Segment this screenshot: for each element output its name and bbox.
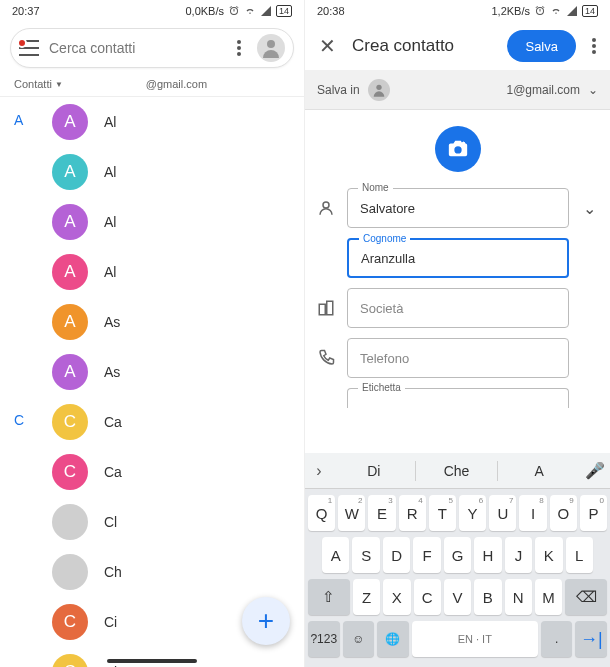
- account-avatar[interactable]: [257, 34, 285, 62]
- key-c[interactable]: C: [414, 579, 441, 615]
- key-d[interactable]: D: [383, 537, 410, 573]
- suggestion[interactable]: Di: [333, 461, 416, 481]
- contact-row[interactable]: AAl: [0, 247, 304, 297]
- last-name-field[interactable]: Cognome Aranzulla: [347, 238, 569, 278]
- contact-avatar: C: [52, 404, 88, 440]
- symbols-key[interactable]: ?123: [308, 621, 340, 657]
- contact-name: Al: [104, 114, 116, 130]
- key-t[interactable]: T5: [429, 495, 456, 531]
- clock: 20:37: [12, 5, 40, 17]
- person-icon: [315, 199, 337, 217]
- key-w[interactable]: W2: [338, 495, 365, 531]
- status-bar: 20:37 0,0KB/s 14: [0, 0, 304, 22]
- topbar: ✕ Crea contatto Salva: [305, 22, 610, 70]
- company-field[interactable]: Società: [347, 288, 569, 328]
- first-name-field[interactable]: Nome Salvatore: [347, 188, 569, 228]
- save-in-selector[interactable]: Salva in 1@gmail.com ⌄: [305, 70, 610, 110]
- save-button[interactable]: Salva: [507, 30, 576, 62]
- contact-row[interactable]: AAs: [0, 297, 304, 347]
- search-bar[interactable]: Cerca contatti: [10, 28, 294, 68]
- key-l[interactable]: L: [566, 537, 593, 573]
- suggestion-bar: › DiCheA 🎤: [305, 453, 610, 489]
- tab-account[interactable]: @gmail.com: [63, 78, 290, 90]
- expand-name-icon[interactable]: ⌄: [579, 199, 600, 218]
- battery: 14: [582, 5, 598, 17]
- key-u[interactable]: U7: [489, 495, 516, 531]
- contact-row[interactable]: AAs: [0, 347, 304, 397]
- contact-name: As: [104, 314, 120, 330]
- contact-row[interactable]: AAl: [0, 197, 304, 247]
- contact-row[interactable]: CCa: [0, 397, 304, 447]
- contact-name: Ci: [104, 614, 117, 630]
- chevron-down-icon: ⌄: [588, 83, 598, 97]
- contact-name: As: [104, 364, 120, 380]
- search-placeholder: Cerca contatti: [49, 40, 221, 56]
- key-y[interactable]: Y6: [459, 495, 486, 531]
- shift-key[interactable]: ⇧: [308, 579, 350, 615]
- contact-row[interactable]: AAl: [0, 147, 304, 197]
- key-a[interactable]: A: [322, 537, 349, 573]
- contact-row[interactable]: AAl: [0, 97, 304, 147]
- phone-icon: [315, 349, 337, 367]
- add-photo-button[interactable]: [435, 126, 481, 172]
- period-key[interactable]: .: [541, 621, 573, 657]
- create-contact-screen: 20:38 1,2KB/s 14 ✕ Crea contatto Salva S…: [305, 0, 610, 667]
- mic-icon[interactable]: 🎤: [580, 461, 610, 480]
- suggestion[interactable]: A: [498, 461, 580, 481]
- key-r[interactable]: R4: [399, 495, 426, 531]
- contact-row[interactable]: CCi: [0, 647, 304, 667]
- backspace-key[interactable]: ⌫: [565, 579, 607, 615]
- key-f[interactable]: F: [413, 537, 440, 573]
- contact-avatar: C: [52, 604, 88, 640]
- svg-point-3: [323, 202, 329, 208]
- key-j[interactable]: J: [505, 537, 532, 573]
- key-s[interactable]: S: [352, 537, 379, 573]
- contact-avatar: A: [52, 254, 88, 290]
- contact-avatar: [52, 504, 88, 540]
- key-m[interactable]: M: [535, 579, 562, 615]
- expand-suggestions-icon[interactable]: ›: [305, 462, 333, 480]
- key-p[interactable]: P0: [580, 495, 607, 531]
- key-e[interactable]: E3: [368, 495, 395, 531]
- more-icon[interactable]: [586, 38, 602, 54]
- status-bar: 20:38 1,2KB/s 14: [305, 0, 610, 22]
- key-v[interactable]: V: [444, 579, 471, 615]
- save-in-email: 1@gmail.com: [506, 83, 580, 97]
- suggestion[interactable]: Che: [416, 461, 499, 481]
- contact-row[interactable]: Ch: [0, 547, 304, 597]
- key-x[interactable]: X: [383, 579, 410, 615]
- tab-all-contacts[interactable]: Contatti▼: [14, 78, 63, 90]
- key-g[interactable]: G: [444, 537, 471, 573]
- contact-row[interactable]: Cl: [0, 497, 304, 547]
- contact-name: Al: [104, 214, 116, 230]
- contact-row[interactable]: CCa: [0, 447, 304, 497]
- key-i[interactable]: I8: [519, 495, 546, 531]
- contact-name: Al: [104, 164, 116, 180]
- more-icon[interactable]: [231, 40, 247, 56]
- key-k[interactable]: K: [535, 537, 562, 573]
- phone-field[interactable]: Telefono: [347, 338, 569, 378]
- clock: 20:38: [317, 5, 345, 17]
- nav-handle[interactable]: [107, 659, 197, 663]
- key-h[interactable]: H: [474, 537, 501, 573]
- alarm-icon: [534, 5, 546, 17]
- label-field[interactable]: Etichetta: [347, 388, 569, 408]
- key-q[interactable]: Q1: [308, 495, 335, 531]
- close-icon[interactable]: ✕: [313, 34, 342, 58]
- svg-point-1: [376, 84, 381, 89]
- hamburger-icon[interactable]: [19, 40, 39, 56]
- globe-key[interactable]: 🌐: [377, 621, 409, 657]
- add-contact-fab[interactable]: +: [242, 597, 290, 645]
- space-key[interactable]: EN · IT: [412, 621, 538, 657]
- key-n[interactable]: N: [505, 579, 532, 615]
- contact-avatar: [52, 554, 88, 590]
- emoji-key[interactable]: ☺: [343, 621, 375, 657]
- enter-key[interactable]: →|: [575, 621, 607, 657]
- keyboard: › DiCheA 🎤 Q1W2E3R4T5Y6U7I8O9P0 ASDFGHJK…: [305, 453, 610, 667]
- contact-name: Al: [104, 264, 116, 280]
- key-o[interactable]: O9: [550, 495, 577, 531]
- contact-list[interactable]: AAAlAAlAAlAAlAAsAAsCCCaCCaClChCCiCCi: [0, 97, 304, 667]
- key-z[interactable]: Z: [353, 579, 380, 615]
- wifi-icon: [244, 5, 256, 17]
- key-b[interactable]: B: [474, 579, 501, 615]
